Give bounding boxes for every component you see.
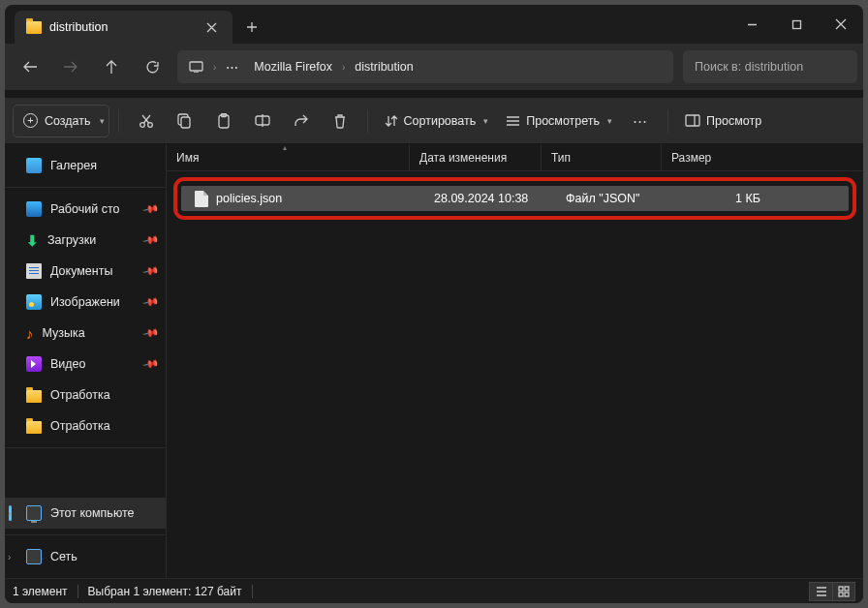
cut-button[interactable] xyxy=(128,105,165,137)
path-segment-distribution[interactable]: distribution xyxy=(347,50,420,83)
column-header-date[interactable]: Дата изменения xyxy=(410,144,542,170)
sidebar-item-documents[interactable]: Документы 📌 xyxy=(5,256,166,287)
new-label: Создать xyxy=(45,114,91,128)
view-mode-toggles xyxy=(809,582,855,601)
sidebar-item-label: Документы xyxy=(50,264,112,278)
pin-icon: 📌 xyxy=(142,262,161,281)
window-tab[interactable]: distribution xyxy=(15,11,232,44)
sidebar-item-label: Рабочий сто xyxy=(50,202,119,216)
sidebar-item-label: Музыка xyxy=(43,326,85,340)
up-button[interactable] xyxy=(92,50,131,83)
svg-rect-0 xyxy=(792,20,800,28)
chevron-right-icon[interactable]: › xyxy=(8,552,21,562)
sidebar-item-music[interactable]: ♪ Музыка 📌 xyxy=(5,318,166,349)
column-headers: ▴ Имя Дата изменения Тип Размер xyxy=(167,144,863,171)
sidebar-item-gallery[interactable]: Галерея xyxy=(5,150,166,181)
sidebar-item-video[interactable]: Видео 📌 xyxy=(5,349,166,380)
refresh-button[interactable] xyxy=(133,50,171,83)
gallery-icon xyxy=(26,158,42,173)
sidebar-divider xyxy=(5,187,166,188)
tab-title: distribution xyxy=(49,20,190,34)
chevron-right-icon[interactable]: › xyxy=(8,508,21,519)
pc-icon xyxy=(26,505,42,521)
svg-rect-1 xyxy=(190,62,202,71)
chevron-down-icon: ▾ xyxy=(100,116,105,126)
preview-label: Просмотр xyxy=(706,114,761,128)
search-input[interactable]: Поиск в: distribution xyxy=(683,50,857,83)
svg-rect-10 xyxy=(845,587,849,591)
plus-icon: + xyxy=(23,113,38,128)
more-button[interactable]: ⋯ xyxy=(622,105,659,137)
separator xyxy=(667,109,668,133)
sidebar-item-desktop[interactable]: Рабочий сто 📌 xyxy=(5,194,166,225)
path-root-icon[interactable] xyxy=(181,50,211,83)
pin-icon: 📌 xyxy=(142,324,161,343)
window-controls xyxy=(729,5,863,44)
file-row[interactable]: policies.json 28.09.2024 10:38 Файл "JSO… xyxy=(181,186,849,211)
folder-icon xyxy=(26,21,42,34)
pin-icon: 📌 xyxy=(142,293,161,312)
chevron-down-icon: ▾ xyxy=(607,116,612,126)
view-thumbnails-button[interactable] xyxy=(832,582,855,601)
status-selected: Выбран 1 элемент: 127 байт xyxy=(88,585,242,598)
svg-rect-12 xyxy=(845,593,849,596)
new-button[interactable]: + Создать ▾ xyxy=(13,105,109,137)
column-header-size[interactable]: Размер xyxy=(662,144,863,170)
tab-close-button[interactable] xyxy=(198,14,225,41)
copy-button[interactable] xyxy=(167,105,203,137)
close-button[interactable] xyxy=(819,5,863,44)
new-tab-button[interactable] xyxy=(232,11,271,44)
desktop-icon xyxy=(26,201,42,217)
address-bar[interactable]: › ⋯ Mozilla Firefox › distribution xyxy=(177,50,673,83)
sidebar-item-folder[interactable]: Отработка xyxy=(5,410,166,441)
separator xyxy=(118,109,119,133)
chevron-right-icon[interactable]: › xyxy=(211,62,218,73)
music-icon: ♪ xyxy=(26,326,34,341)
sidebar-item-label: Загрузки xyxy=(47,233,96,247)
svg-rect-11 xyxy=(839,593,843,596)
view-details-button[interactable] xyxy=(809,582,832,601)
path-ellipsis[interactable]: ⋯ xyxy=(218,50,246,83)
separator xyxy=(367,109,368,133)
share-button[interactable] xyxy=(283,105,320,137)
sidebar-item-pictures[interactable]: Изображени 📌 xyxy=(5,287,166,318)
preview-pane-button[interactable]: Просмотр xyxy=(677,105,769,137)
view-button[interactable]: Просмотреть ▾ xyxy=(498,105,620,137)
sidebar-divider xyxy=(5,447,166,448)
downloads-icon: ⬇ xyxy=(26,233,39,248)
separator xyxy=(78,585,78,598)
forward-button[interactable] xyxy=(51,50,90,83)
sidebar: Галерея Рабочий сто 📌 ⬇ Загрузки 📌 Докум… xyxy=(5,144,167,578)
maximize-button[interactable] xyxy=(774,5,819,44)
pin-icon: 📌 xyxy=(142,231,161,250)
network-icon xyxy=(26,549,42,564)
svg-rect-9 xyxy=(839,587,843,591)
documents-icon xyxy=(26,263,42,279)
column-header-name[interactable]: Имя xyxy=(167,144,410,170)
toolbar: + Создать ▾ Сортировать ▾ xyxy=(5,98,863,144)
back-button[interactable] xyxy=(11,50,49,83)
cell-size: 1 КБ xyxy=(686,192,768,205)
sidebar-item-label: Видео xyxy=(50,357,86,371)
paste-button[interactable] xyxy=(205,105,242,137)
explorer-window: distribution xyxy=(5,5,863,603)
path-segment-firefox[interactable]: Mozilla Firefox xyxy=(246,50,340,83)
chevron-right-icon[interactable]: › xyxy=(340,62,347,73)
pin-icon: 📌 xyxy=(142,355,161,374)
column-header-type[interactable]: Тип xyxy=(542,144,662,170)
status-bar: 1 элемент Выбран 1 элемент: 127 байт xyxy=(5,578,863,603)
delete-button[interactable] xyxy=(322,105,358,137)
separator xyxy=(252,585,253,598)
minimize-button[interactable] xyxy=(729,5,774,44)
sidebar-item-thispc[interactable]: › Этот компьюте xyxy=(5,498,166,529)
body: Галерея Рабочий сто 📌 ⬇ Загрузки 📌 Докум… xyxy=(5,144,863,578)
sidebar-item-downloads[interactable]: ⬇ Загрузки 📌 xyxy=(5,225,166,256)
sidebar-item-label: Сеть xyxy=(50,550,78,563)
view-label: Просмотреть xyxy=(526,114,600,128)
highlight-callout: policies.json 28.09.2024 10:38 Файл "JSO… xyxy=(173,177,856,220)
sidebar-item-network[interactable]: › Сеть xyxy=(5,541,166,572)
sort-button[interactable]: Сортировать ▾ xyxy=(377,105,497,137)
sidebar-divider xyxy=(5,534,166,535)
rename-button[interactable] xyxy=(244,105,281,137)
sidebar-item-folder[interactable]: Отработка xyxy=(5,380,166,410)
